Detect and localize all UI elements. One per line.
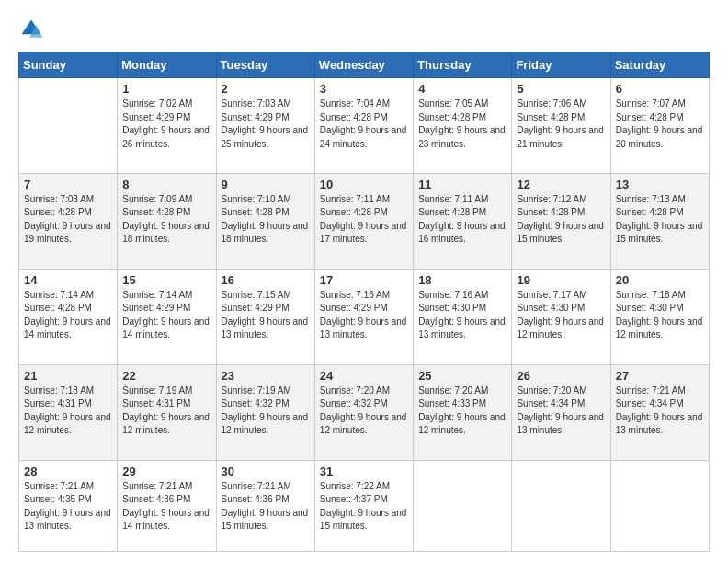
day-number: 13	[616, 178, 704, 191]
day-info: Sunrise: 7:03 AMSunset: 4:29 PMDaylight:…	[222, 98, 310, 151]
logo-icon	[18, 17, 44, 42]
calendar-cell: 24Sunrise: 7:20 AMSunset: 4:32 PMDayligh…	[314, 364, 413, 460]
day-info: Sunrise: 7:14 AMSunset: 4:29 PMDaylight:…	[122, 289, 210, 342]
calendar-cell: 10Sunrise: 7:11 AMSunset: 4:28 PMDayligh…	[314, 173, 413, 269]
day-number: 24	[320, 369, 408, 383]
day-number: 3	[320, 82, 408, 96]
calendar-cell: 8Sunrise: 7:09 AMSunset: 4:28 PMDaylight…	[118, 173, 216, 269]
calendar-cell: 9Sunrise: 7:10 AMSunset: 4:28 PMDaylight…	[216, 173, 314, 269]
day-number: 6	[616, 82, 704, 96]
day-info: Sunrise: 7:07 AMSunset: 4:28 PMDaylight:…	[616, 98, 704, 151]
day-number: 29	[122, 465, 210, 478]
day-info: Sunrise: 7:21 AMSunset: 4:34 PMDaylight:…	[616, 385, 704, 438]
day-number: 23	[222, 369, 310, 383]
calendar-cell: 5Sunrise: 7:06 AMSunset: 4:28 PMDaylight…	[512, 78, 610, 174]
calendar-cell	[512, 460, 610, 551]
day-number: 19	[517, 273, 605, 287]
calendar-cell: 12Sunrise: 7:12 AMSunset: 4:28 PMDayligh…	[512, 173, 610, 269]
day-info: Sunrise: 7:11 AMSunset: 4:28 PMDaylight:…	[418, 193, 506, 247]
calendar-cell: 2Sunrise: 7:03 AMSunset: 4:29 PMDaylight…	[216, 78, 314, 174]
calendar-cell: 20Sunrise: 7:18 AMSunset: 4:30 PMDayligh…	[610, 269, 709, 364]
calendar-cell: 29Sunrise: 7:21 AMSunset: 4:36 PMDayligh…	[118, 460, 216, 551]
day-info: Sunrise: 7:22 AMSunset: 4:37 PMDaylight:…	[320, 480, 408, 534]
header-thursday: Thursday	[414, 52, 512, 78]
day-info: Sunrise: 7:10 AMSunset: 4:28 PMDaylight:…	[222, 193, 310, 247]
day-info: Sunrise: 7:21 AMSunset: 4:36 PMDaylight:…	[122, 480, 210, 534]
day-info: Sunrise: 7:18 AMSunset: 4:30 PMDaylight:…	[616, 289, 704, 342]
day-info: Sunrise: 7:02 AMSunset: 4:29 PMDaylight:…	[122, 98, 210, 151]
day-number: 30	[222, 465, 310, 478]
day-info: Sunrise: 7:19 AMSunset: 4:31 PMDaylight:…	[122, 385, 210, 438]
day-number: 9	[222, 178, 310, 191]
day-info: Sunrise: 7:16 AMSunset: 4:29 PMDaylight:…	[320, 289, 408, 342]
day-info: Sunrise: 7:09 AMSunset: 4:28 PMDaylight:…	[122, 193, 210, 247]
day-number: 18	[418, 273, 506, 287]
day-number: 8	[122, 178, 210, 191]
day-info: Sunrise: 7:13 AMSunset: 4:28 PMDaylight:…	[616, 193, 704, 247]
calendar-cell	[610, 460, 709, 551]
day-number: 15	[122, 273, 210, 287]
day-info: Sunrise: 7:20 AMSunset: 4:33 PMDaylight:…	[418, 385, 506, 438]
day-number: 26	[517, 369, 605, 383]
logo	[18, 17, 48, 42]
calendar: SundayMondayTuesdayWednesdayThursdayFrid…	[18, 52, 710, 552]
calendar-week-0: 1Sunrise: 7:02 AMSunset: 4:29 PMDaylight…	[19, 78, 710, 174]
calendar-cell: 27Sunrise: 7:21 AMSunset: 4:34 PMDayligh…	[610, 364, 709, 460]
day-info: Sunrise: 7:19 AMSunset: 4:32 PMDaylight:…	[222, 385, 310, 438]
day-number: 21	[24, 369, 112, 383]
calendar-cell: 7Sunrise: 7:08 AMSunset: 4:28 PMDaylight…	[19, 173, 118, 269]
calendar-cell: 23Sunrise: 7:19 AMSunset: 4:32 PMDayligh…	[216, 364, 314, 460]
day-number: 5	[517, 82, 605, 96]
day-info: Sunrise: 7:16 AMSunset: 4:30 PMDaylight:…	[418, 289, 506, 342]
calendar-cell: 22Sunrise: 7:19 AMSunset: 4:31 PMDayligh…	[118, 364, 216, 460]
calendar-cell: 17Sunrise: 7:16 AMSunset: 4:29 PMDayligh…	[314, 269, 413, 364]
calendar-cell: 6Sunrise: 7:07 AMSunset: 4:28 PMDaylight…	[610, 78, 709, 174]
calendar-cell: 13Sunrise: 7:13 AMSunset: 4:28 PMDayligh…	[610, 173, 709, 269]
day-number: 14	[24, 273, 112, 287]
day-number: 1	[122, 82, 210, 96]
calendar-cell	[414, 460, 512, 551]
calendar-cell: 11Sunrise: 7:11 AMSunset: 4:28 PMDayligh…	[414, 173, 512, 269]
calendar-cell: 4Sunrise: 7:05 AMSunset: 4:28 PMDaylight…	[414, 78, 512, 174]
day-info: Sunrise: 7:20 AMSunset: 4:34 PMDaylight:…	[517, 385, 605, 438]
calendar-cell: 19Sunrise: 7:17 AMSunset: 4:30 PMDayligh…	[512, 269, 610, 364]
calendar-cell	[19, 78, 118, 174]
calendar-cell: 26Sunrise: 7:20 AMSunset: 4:34 PMDayligh…	[512, 364, 610, 460]
day-info: Sunrise: 7:21 AMSunset: 4:36 PMDaylight:…	[222, 480, 310, 534]
calendar-cell: 31Sunrise: 7:22 AMSunset: 4:37 PMDayligh…	[314, 460, 413, 551]
day-info: Sunrise: 7:15 AMSunset: 4:29 PMDaylight:…	[222, 289, 310, 342]
day-number: 16	[222, 273, 310, 287]
header-wednesday: Wednesday	[314, 52, 413, 78]
header-tuesday: Tuesday	[216, 52, 314, 78]
calendar-week-2: 14Sunrise: 7:14 AMSunset: 4:28 PMDayligh…	[19, 269, 710, 364]
day-info: Sunrise: 7:06 AMSunset: 4:28 PMDaylight:…	[517, 98, 605, 151]
day-number: 4	[418, 82, 506, 96]
calendar-cell: 28Sunrise: 7:21 AMSunset: 4:35 PMDayligh…	[19, 460, 118, 551]
header-friday: Friday	[512, 52, 610, 78]
header-monday: Monday	[118, 52, 216, 78]
calendar-cell: 15Sunrise: 7:14 AMSunset: 4:29 PMDayligh…	[118, 269, 216, 364]
day-number: 11	[418, 178, 506, 191]
day-number: 27	[616, 369, 704, 383]
header-sunday: Sunday	[19, 52, 118, 78]
day-info: Sunrise: 7:08 AMSunset: 4:28 PMDaylight:…	[24, 193, 112, 247]
calendar-cell: 21Sunrise: 7:18 AMSunset: 4:31 PMDayligh…	[19, 364, 118, 460]
day-info: Sunrise: 7:04 AMSunset: 4:28 PMDaylight:…	[320, 98, 408, 151]
calendar-cell: 25Sunrise: 7:20 AMSunset: 4:33 PMDayligh…	[414, 364, 512, 460]
day-info: Sunrise: 7:14 AMSunset: 4:28 PMDaylight:…	[24, 289, 112, 342]
day-number: 7	[24, 178, 112, 191]
page: SundayMondayTuesdayWednesdayThursdayFrid…	[0, 0, 728, 563]
calendar-week-4: 28Sunrise: 7:21 AMSunset: 4:35 PMDayligh…	[19, 460, 710, 551]
calendar-header-row: SundayMondayTuesdayWednesdayThursdayFrid…	[19, 52, 710, 78]
day-info: Sunrise: 7:12 AMSunset: 4:28 PMDaylight:…	[517, 193, 605, 247]
day-number: 28	[24, 465, 112, 478]
calendar-cell: 16Sunrise: 7:15 AMSunset: 4:29 PMDayligh…	[216, 269, 314, 364]
calendar-week-1: 7Sunrise: 7:08 AMSunset: 4:28 PMDaylight…	[19, 173, 710, 269]
calendar-cell: 18Sunrise: 7:16 AMSunset: 4:30 PMDayligh…	[414, 269, 512, 364]
day-info: Sunrise: 7:17 AMSunset: 4:30 PMDaylight:…	[517, 289, 605, 342]
day-number: 12	[517, 178, 605, 191]
day-number: 20	[616, 273, 704, 287]
day-number: 2	[222, 82, 310, 96]
day-number: 17	[320, 273, 408, 287]
day-info: Sunrise: 7:18 AMSunset: 4:31 PMDaylight:…	[24, 385, 112, 438]
